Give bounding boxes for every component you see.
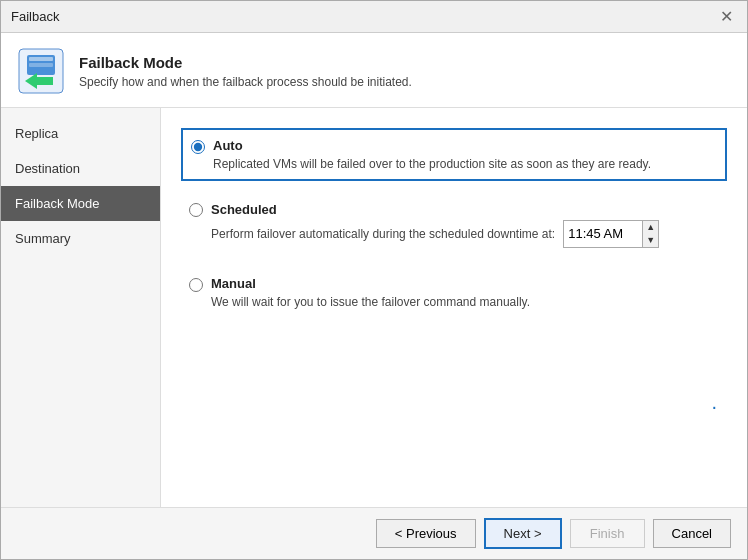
manual-option-section: Manual We will wait for you to issue the… [181,268,727,317]
header-text: Failback Mode Specify how and when the f… [79,54,412,89]
sidebar-item-failback-mode[interactable]: Failback Mode [1,186,160,221]
auto-option-row: Auto [191,138,715,154]
sidebar-item-destination[interactable]: Destination [1,151,160,186]
sidebar-item-summary[interactable]: Summary [1,221,160,256]
scheduled-radio[interactable] [189,203,203,217]
header-title: Failback Mode [79,54,412,71]
sidebar: Replica Destination Failback Mode Summar… [1,108,161,507]
auto-label: Auto [213,138,243,153]
scheduled-option-row: Scheduled [189,201,717,217]
scheduled-option-section: Scheduled Perform failover automatically… [181,193,727,256]
scheduled-label: Scheduled [211,202,277,217]
manual-radio[interactable] [189,278,203,292]
svg-rect-3 [29,63,53,67]
manual-option-row: Manual [189,276,717,292]
svg-rect-2 [29,57,53,61]
sidebar-item-replica[interactable]: Replica [1,116,160,151]
title-bar-left: Failback [11,9,59,24]
failback-icon [17,47,65,95]
main-window: Failback ✕ Failback Mode Specify how and… [0,0,748,560]
manual-label: Manual [211,276,256,291]
main-content: Auto Replicated VMs will be failed over … [161,108,747,507]
auto-description: Replicated VMs will be failed over to th… [213,157,715,171]
manual-description: We will wait for you to issue the failov… [211,295,717,309]
next-button[interactable]: Next > [484,518,562,549]
close-button[interactable]: ✕ [716,7,737,26]
time-input[interactable] [563,220,643,248]
previous-button[interactable]: < Previous [376,519,476,548]
footer: < Previous Next > Finish Cancel [1,507,747,559]
auto-radio[interactable] [191,140,205,154]
header-section: Failback Mode Specify how and when the f… [1,33,747,108]
title-bar: Failback ✕ [1,1,747,33]
spinner-down[interactable]: ▼ [643,234,658,247]
cancel-button[interactable]: Cancel [653,519,731,548]
spinner-up[interactable]: ▲ [643,221,658,234]
time-spinner[interactable]: ▲ ▼ [563,220,659,248]
dot-decoration: · [181,317,727,497]
header-description: Specify how and when the failback proces… [79,75,412,89]
auto-option-box: Auto Replicated VMs will be failed over … [181,128,727,181]
finish-button: Finish [570,519,645,548]
scheduled-description: Perform failover automatically during th… [211,220,717,248]
spinner-buttons: ▲ ▼ [643,220,659,248]
window-title: Failback [11,9,59,24]
content-area: Replica Destination Failback Mode Summar… [1,108,747,507]
